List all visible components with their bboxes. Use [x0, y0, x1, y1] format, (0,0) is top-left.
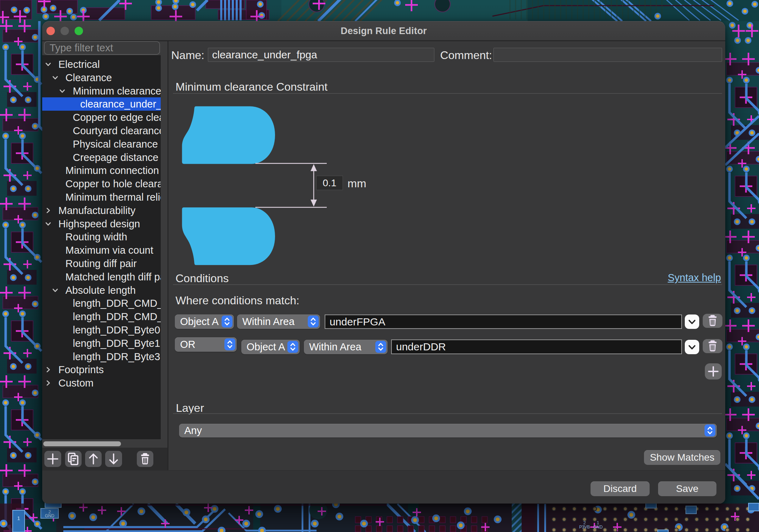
svg-text:GND: GND	[593, 525, 603, 530]
svg-text:P3VB: P3VB	[579, 525, 590, 530]
svg-text:GND: GND	[45, 513, 55, 518]
svg-text:1: 1	[17, 515, 20, 521]
